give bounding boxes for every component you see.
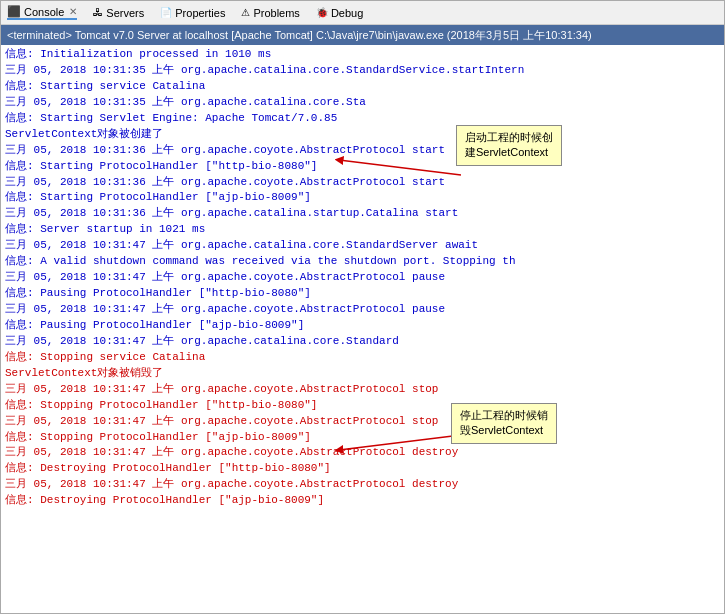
log-line-15: 信息: Pausing ProtocolHandler ["http-bio-8…: [5, 286, 720, 302]
log-line-20: ServletContext对象被销毁了: [5, 366, 720, 382]
log-line-0: 信息: Initialization processed in 1010 ms: [5, 47, 720, 63]
tab-console-label: Console: [24, 6, 64, 18]
log-line-3: 三月 05, 2018 10:31:35 上午 org.apache.catal…: [5, 95, 720, 111]
log-line-4: 信息: Starting Servlet Engine: Apache Tomc…: [5, 111, 720, 127]
log-line-13: 信息: A valid shutdown command was receive…: [5, 254, 720, 270]
console-header-text: <terminated> Tomcat v7.0 Server at local…: [7, 28, 592, 43]
log-line-9: 信息: Starting ProtocolHandler ["ajp-bio-8…: [5, 190, 720, 206]
servers-icon: 🖧: [93, 7, 103, 18]
log-line-2: 信息: Starting service Catalina: [5, 79, 720, 95]
log-line-25: 三月 05, 2018 10:31:47 上午 org.apache.coyot…: [5, 445, 720, 461]
log-line-27: 三月 05, 2018 10:31:47 上午 org.apache.coyot…: [5, 477, 720, 493]
log-line-26: 信息: Destroying ProtocolHandler ["http-bi…: [5, 461, 720, 477]
properties-icon: 📄: [160, 7, 172, 18]
log-line-5: ServletContext对象被创建了: [5, 127, 720, 143]
tab-problems[interactable]: ⚠ Problems: [241, 7, 299, 19]
tab-console[interactable]: ⬛ Console ✕: [7, 5, 77, 20]
log-line-6: 三月 05, 2018 10:31:36 上午 org.apache.coyot…: [5, 143, 720, 159]
console-header: <terminated> Tomcat v7.0 Server at local…: [1, 25, 724, 45]
console-content[interactable]: 信息: Initialization processed in 1010 ms三…: [1, 45, 724, 613]
log-line-18: 三月 05, 2018 10:31:47 上午 org.apache.catal…: [5, 334, 720, 350]
log-line-10: 三月 05, 2018 10:31:36 上午 org.apache.catal…: [5, 206, 720, 222]
annotation-stop-box: 停止工程的时候销毁ServletContext: [451, 403, 557, 444]
log-line-23: 三月 05, 2018 10:31:47 上午 org.apache.coyot…: [5, 414, 720, 430]
tab-properties[interactable]: 📄 Properties: [160, 7, 225, 19]
tab-problems-label: Problems: [253, 7, 299, 19]
annotation-start-text: 启动工程的时候创建ServletContext: [465, 131, 553, 158]
tab-debug-label: Debug: [331, 7, 363, 19]
toolbar: ⬛ Console ✕ 🖧 Servers 📄 Properties ⚠ Pro…: [1, 1, 724, 25]
log-line-28: 信息: Destroying ProtocolHandler ["ajp-bio…: [5, 493, 720, 509]
log-line-1: 三月 05, 2018 10:31:35 上午 org.apache.catal…: [5, 63, 720, 79]
log-line-8: 三月 05, 2018 10:31:36 上午 org.apache.coyot…: [5, 175, 720, 191]
log-line-11: 信息: Server startup in 1021 ms: [5, 222, 720, 238]
debug-icon: 🐞: [316, 7, 328, 18]
console-close-icon[interactable]: ✕: [69, 6, 77, 17]
tab-servers[interactable]: 🖧 Servers: [93, 7, 144, 19]
log-line-7: 信息: Starting ProtocolHandler ["http-bio-…: [5, 159, 720, 175]
console-output-area[interactable]: 信息: Initialization processed in 1010 ms三…: [1, 45, 724, 613]
log-line-16: 三月 05, 2018 10:31:47 上午 org.apache.coyot…: [5, 302, 720, 318]
log-line-21: 三月 05, 2018 10:31:47 上午 org.apache.coyot…: [5, 382, 720, 398]
log-line-17: 信息: Pausing ProtocolHandler ["ajp-bio-80…: [5, 318, 720, 334]
annotation-stop-text: 停止工程的时候销毁ServletContext: [460, 409, 548, 436]
annotation-start-box: 启动工程的时候创建ServletContext: [456, 125, 562, 166]
log-line-19: 信息: Stopping service Catalina: [5, 350, 720, 366]
console-icon: ⬛: [7, 5, 21, 18]
log-line-22: 信息: Stopping ProtocolHandler ["http-bio-…: [5, 398, 720, 414]
tab-debug[interactable]: 🐞 Debug: [316, 7, 363, 19]
log-line-12: 三月 05, 2018 10:31:47 上午 org.apache.catal…: [5, 238, 720, 254]
log-line-24: 信息: Stopping ProtocolHandler ["ajp-bio-8…: [5, 430, 720, 446]
tab-servers-label: Servers: [106, 7, 144, 19]
problems-icon: ⚠: [241, 7, 250, 18]
log-line-14: 三月 05, 2018 10:31:47 上午 org.apache.coyot…: [5, 270, 720, 286]
tab-properties-label: Properties: [175, 7, 225, 19]
eclipse-window: ⬛ Console ✕ 🖧 Servers 📄 Properties ⚠ Pro…: [0, 0, 725, 614]
